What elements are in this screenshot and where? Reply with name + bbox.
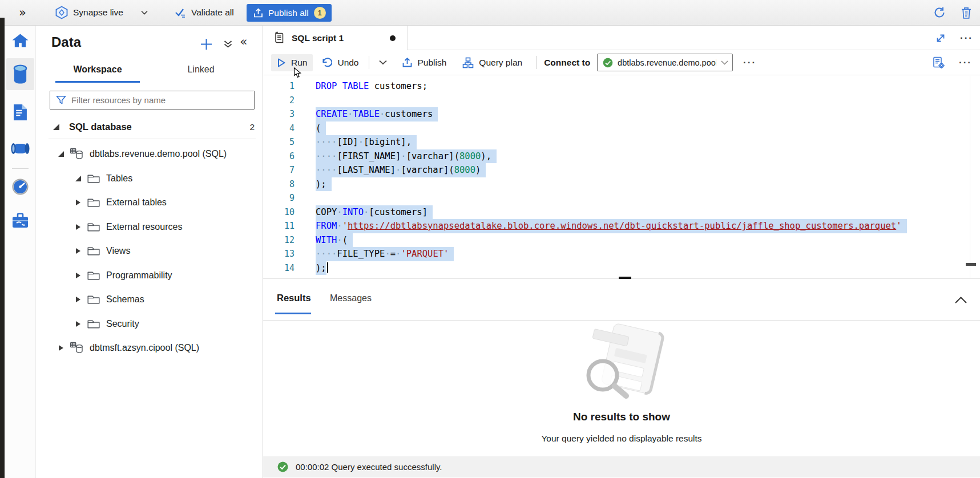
chevron-expanded-icon[interactable] (75, 176, 81, 181)
publish-label: Publish (418, 58, 447, 68)
tab-sql-script-1[interactable]: SQL script 1 (263, 26, 408, 50)
tab-messages[interactable]: Messages (330, 293, 372, 303)
tree-item-label: Tables (106, 173, 132, 184)
chevron-collapsed-icon[interactable] (76, 273, 80, 278)
collapse-panel-button[interactable]: « (240, 35, 247, 48)
refresh-icon[interactable] (933, 6, 946, 19)
publish-button[interactable]: Publish (396, 54, 453, 71)
sidebar-item-develop[interactable] (5, 102, 36, 123)
validate-all-button[interactable]: Validate all (175, 0, 234, 25)
tree-item-dbtmsft-azsyn-cipool-sql[interactable]: dbtmsft.azsyn.cipool (SQL) (36, 336, 263, 360)
code-line-11[interactable]: 11FROM·'https://dbtlabsynapsedatalake.bl… (263, 219, 980, 233)
cursor-position-marker (966, 263, 976, 266)
synapse-live-dropdown[interactable]: Synapse live (55, 0, 148, 25)
connect-to-label: Connect to (544, 58, 590, 68)
expand-left-rail-button[interactable]: » (19, 0, 26, 25)
sidebar-item-integrate[interactable] (5, 139, 36, 158)
code-line-2[interactable]: 2 (263, 94, 980, 108)
chevron-expanded-icon[interactable] (53, 124, 59, 130)
sidebar-item-monitor[interactable] (5, 176, 36, 197)
chevron-collapsed-icon[interactable] (76, 224, 80, 230)
tree-item-label: External tables (106, 197, 167, 208)
folder-icon (87, 270, 100, 281)
publish-all-button[interactable]: Publish all 1 (247, 4, 332, 22)
home-icon (11, 33, 29, 49)
toolbar-more-actions-button[interactable]: ··· (743, 58, 756, 67)
code-editor[interactable]: 1DROP TABLE customers;23CREATE·TABLE·cus… (263, 76, 980, 279)
tree-item-security[interactable]: Security (36, 312, 263, 337)
expand-editor-icon[interactable] (935, 33, 946, 44)
selection-highlight: CREATE·TABLE·customers (316, 107, 438, 121)
code-line-12[interactable]: 12WITH·( (263, 233, 980, 248)
line-number: 9 (263, 191, 295, 205)
chevron-collapsed-icon[interactable] (76, 200, 80, 205)
chevron-collapsed-icon[interactable] (76, 321, 80, 327)
connect-to-pool-select[interactable]: dbtlabs.revenue.demo.pool (597, 54, 733, 71)
tree-item-programmability[interactable]: Programmability (36, 264, 263, 288)
undo-button[interactable]: Undo (315, 54, 364, 71)
tab-label: SQL script 1 (292, 33, 344, 43)
code-line-4[interactable]: 4( (263, 121, 980, 136)
add-resource-button[interactable] (199, 37, 213, 51)
sidebar-item-home[interactable] (5, 31, 36, 50)
tree-separator (49, 139, 256, 139)
validate-check-icon (175, 7, 186, 18)
sidebar-item-data[interactable] (5, 61, 36, 87)
window-edge (0, 18, 5, 478)
tab-more-actions-button[interactable]: ··· (960, 33, 973, 43)
code-line-13[interactable]: 13····FILE_TYPE·=·'PARQUET' (263, 247, 980, 261)
code-line-5[interactable]: 5····[ID]·[bigint], (263, 135, 980, 149)
tree-item-tables[interactable]: Tables (36, 167, 263, 191)
sql-editor-pane: SQL script 1 ··· Run Undo (263, 26, 980, 478)
publish-upload-icon (402, 57, 413, 68)
editor-overview-ruler[interactable] (970, 76, 970, 279)
tree-item-views[interactable]: Views (36, 239, 263, 264)
data-cylinder-icon (12, 64, 29, 85)
code-line-7[interactable]: 7····[LAST_NAME]·[varchar](8000) (263, 163, 980, 177)
expand-all-button[interactable] (223, 39, 233, 49)
tree-root-sql-database[interactable]: SQL database 2 (36, 116, 263, 137)
line-number: 6 (263, 149, 295, 164)
code-line-9[interactable]: 9 (263, 191, 980, 205)
chevron-collapsed-icon[interactable] (59, 345, 63, 351)
tab-results[interactable]: Results (277, 293, 311, 303)
code-line-1[interactable]: 1DROP TABLE customers; (263, 79, 980, 94)
view-settings-icon[interactable] (932, 56, 945, 69)
tab-workspace-label: Workspace (73, 64, 122, 75)
discard-trash-icon[interactable] (961, 6, 972, 19)
code-line-6[interactable]: 6····[FIRST_NAME]·[varchar](8000), (263, 149, 980, 164)
selection-highlight: ····[LAST_NAME]·[varchar](8000) (316, 163, 486, 177)
chevron-collapsed-icon[interactable] (76, 297, 80, 302)
code-line-3[interactable]: 3CREATE·TABLE·customers (263, 107, 980, 121)
filter-resources-input[interactable] (71, 95, 237, 105)
line-number: 2 (263, 94, 295, 108)
editor-more-actions-button[interactable]: ··· (959, 58, 972, 67)
code-line-14[interactable]: 14); (263, 261, 980, 276)
unsaved-changes-dot (390, 35, 396, 41)
tree-item-external-tables[interactable]: External tables (36, 191, 263, 215)
tab-linked[interactable]: Linked (167, 58, 235, 81)
query-plan-button[interactable]: Query plan (457, 54, 528, 72)
sidebar-item-manage[interactable] (5, 210, 36, 230)
tree-item-label: dbtmsft.azsyn.cipool (SQL) (90, 343, 199, 353)
success-check-icon (277, 461, 288, 472)
tree-item-schemas[interactable]: Schemas (36, 287, 263, 312)
chevron-down-icon (380, 61, 386, 64)
tree-item-external-resources[interactable]: External resources (36, 215, 263, 240)
chevron-collapsed-icon[interactable] (76, 248, 80, 254)
line-number: 1 (263, 79, 295, 94)
line-number: 13 (263, 247, 295, 261)
run-button[interactable]: Run (271, 54, 313, 71)
tab-workspace[interactable]: Workspace (55, 58, 140, 81)
code-line-10[interactable]: 10COPY·INTO·[customers] (263, 205, 980, 220)
monitor-gauge-icon (11, 178, 29, 196)
run-options-dropdown[interactable] (373, 56, 393, 68)
chevron-expanded-icon[interactable] (58, 151, 64, 157)
chevron-down-icon (721, 60, 728, 65)
tree-item-dbtlabs-revenue-demo-pool-sql[interactable]: dbtlabs.revenue.demo.pool (SQL) (36, 142, 263, 167)
tree-item-label: Schemas (106, 294, 144, 305)
integrate-pipeline-icon (11, 141, 30, 156)
collapse-results-button[interactable] (954, 296, 967, 306)
code-line-8[interactable]: 8); (263, 177, 980, 192)
run-play-icon (277, 58, 286, 68)
